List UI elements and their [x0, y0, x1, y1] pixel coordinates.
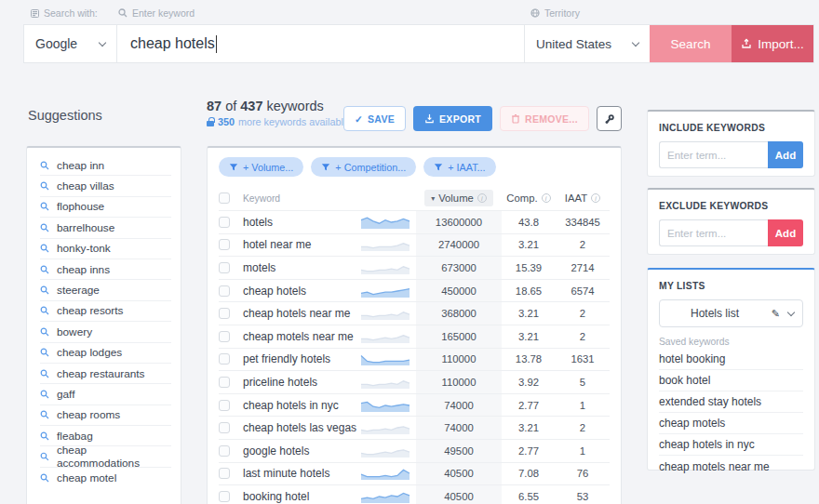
suggestion-item[interactable]: cheap restaurants — [40, 364, 171, 384]
suggestion-item[interactable]: honky-tonk — [40, 239, 171, 259]
suggestion-item[interactable]: flophouse — [40, 197, 171, 218]
suggestion-item[interactable]: cheap inns — [40, 259, 171, 280]
table-row[interactable]: hotels 13600000 43.8 334845 — [219, 210, 610, 233]
saved-keyword-label: cheap motels near me — [659, 460, 770, 473]
saved-keyword-item[interactable]: cheap hotels in nyc — [659, 434, 803, 456]
suggestion-item[interactable]: gaff — [40, 384, 171, 405]
col-iaat[interactable]: IAAT i — [556, 192, 610, 204]
row-checkbox[interactable] — [219, 400, 230, 411]
keyword-input[interactable]: cheap hotels — [117, 25, 524, 62]
select-all-checkbox[interactable] — [219, 192, 230, 204]
comp-cell: 3.21 — [502, 234, 556, 257]
comp-cell: 3.92 — [502, 371, 556, 393]
keyword-cell: cheap hotels las vegas — [243, 417, 360, 439]
settings-button[interactable] — [597, 106, 622, 131]
suggestion-label: cheap accommodations — [57, 444, 171, 470]
table-row[interactable]: hotel near me 2740000 3.21 2 — [219, 233, 610, 257]
row-checkbox[interactable] — [219, 239, 230, 250]
search-icon — [40, 181, 49, 191]
table-row[interactable]: cheap hotels 450000 18.65 6574 — [219, 279, 610, 302]
row-checkbox[interactable] — [219, 217, 230, 228]
include-term-input[interactable] — [659, 141, 768, 168]
col-volume[interactable]: ▾ Volume i — [416, 190, 502, 206]
search-icon — [118, 8, 128, 18]
list-select[interactable]: Hotels list ✎ — [659, 299, 803, 327]
table-row[interactable]: cheap hotels near me 368000 3.21 2 — [219, 301, 610, 325]
suggestion-item[interactable]: cheap resorts — [40, 301, 171, 322]
suggestion-item[interactable]: cheap inn — [40, 155, 171, 176]
search-button[interactable]: Search — [650, 25, 732, 62]
row-checkbox[interactable] — [219, 331, 230, 342]
iaat-cell: 1 — [556, 440, 610, 462]
saved-keyword-item[interactable]: cheap motels near me — [659, 456, 803, 477]
search-bar: Google cheap hotels United States Search… — [23, 24, 814, 63]
suggestion-item[interactable]: cheap motel — [40, 468, 171, 488]
filter-chip-label: + IAAT... — [448, 162, 485, 173]
remove-button[interactable]: REMOVE... — [500, 106, 589, 131]
table-row[interactable]: booking hotel 40500 6.55 53 — [219, 484, 610, 504]
table-row[interactable]: cheap hotels las vegas 74000 3.21 2 — [219, 416, 610, 439]
row-checkbox[interactable] — [219, 285, 230, 297]
search-icon — [40, 223, 49, 232]
info-icon: i — [591, 193, 600, 203]
territory-select[interactable]: United States — [524, 25, 650, 62]
exclude-term-input[interactable] — [659, 219, 768, 246]
saved-keyword-item[interactable]: hotel booking — [659, 349, 803, 370]
row-checkbox[interactable] — [219, 491, 230, 502]
save-button[interactable]: ✓ SAVE — [343, 106, 406, 131]
row-checkbox[interactable] — [219, 445, 230, 457]
suggestion-item[interactable]: cheap lodges — [40, 343, 171, 364]
search-icon — [40, 473, 49, 483]
volume-cell: 110000 — [416, 349, 502, 371]
search-icon — [40, 202, 49, 211]
include-add-button[interactable]: Add — [768, 141, 803, 168]
iaat-cell: 2 — [556, 302, 610, 325]
suggestion-item[interactable]: cheap rooms — [40, 405, 171, 426]
table-row[interactable]: cheap motels near me 165000 3.21 2 — [219, 325, 610, 348]
include-title: INCLUDE KEYWORDS — [659, 123, 803, 133]
import-button[interactable]: Import... — [732, 25, 813, 62]
col-keyword[interactable]: Keyword — [243, 193, 360, 204]
suggestion-label: cheap restaurants — [57, 367, 144, 380]
row-checkbox[interactable] — [219, 308, 230, 319]
table-row[interactable]: motels 673000 15.39 2714 — [219, 256, 610, 279]
volume-cell: 368000 — [416, 302, 502, 325]
row-checkbox[interactable] — [219, 353, 230, 365]
sparkline — [360, 463, 416, 485]
keyword-table: hotels 13600000 43.8 334845 hotel near m… — [219, 210, 610, 504]
row-checkbox[interactable] — [219, 262, 230, 273]
saved-keyword-item[interactable]: extended stay hotels — [659, 391, 803, 413]
row-checkbox[interactable] — [219, 377, 230, 388]
search-icon — [40, 348, 49, 357]
results-panel: + Volume... + Competition... + IAAT... K… — [207, 146, 622, 504]
suggestion-item[interactable]: cheap accommodations — [40, 446, 171, 467]
col-comp[interactable]: Comp. i — [502, 192, 556, 204]
table-row[interactable]: google hotels 49500 2.77 1 — [219, 439, 610, 462]
topbar-labels: Search with: Enter keyword Territory — [0, 7, 819, 22]
table-row[interactable]: cheap hotels in nyc 74000 2.77 1 — [219, 393, 610, 417]
trash-icon — [511, 113, 520, 124]
search-with-label: Search with: — [31, 7, 98, 19]
saved-keyword-item[interactable]: cheap motels — [659, 413, 803, 434]
filter-chip[interactable]: + Volume... — [219, 157, 303, 177]
suggestion-item[interactable]: cheap villas — [40, 176, 171, 196]
saved-keyword-item[interactable]: book hotel — [659, 370, 803, 391]
edit-pencil-icon[interactable]: ✎ — [772, 308, 780, 320]
table-row[interactable]: last minute hotels 40500 7.08 76 — [219, 462, 610, 485]
row-checkbox[interactable] — [219, 422, 230, 433]
keyword-cell: hotel near me — [243, 234, 360, 257]
exclude-add-button[interactable]: Add — [768, 219, 803, 246]
filter-chip[interactable]: + IAAT... — [423, 157, 495, 177]
table-row[interactable]: priceline hotels 110000 3.92 5 — [219, 370, 610, 393]
table-row[interactable]: pet friendly hotels 110000 13.78 1631 — [219, 348, 610, 371]
suggestion-item[interactable]: barrelhouse — [40, 218, 171, 238]
row-checkbox[interactable] — [219, 468, 230, 479]
engine-select[interactable]: Google — [24, 25, 117, 62]
export-button[interactable]: EXPORT — [413, 106, 492, 131]
exclude-title: EXCLUDE KEYWORDS — [659, 201, 803, 211]
comp-cell: 43.8 — [502, 211, 556, 233]
suggestion-label: bowery — [57, 325, 92, 338]
filter-chip[interactable]: + Competition... — [311, 157, 416, 177]
suggestion-item[interactable]: bowery — [40, 322, 171, 342]
suggestion-item[interactable]: steerage — [40, 280, 171, 300]
